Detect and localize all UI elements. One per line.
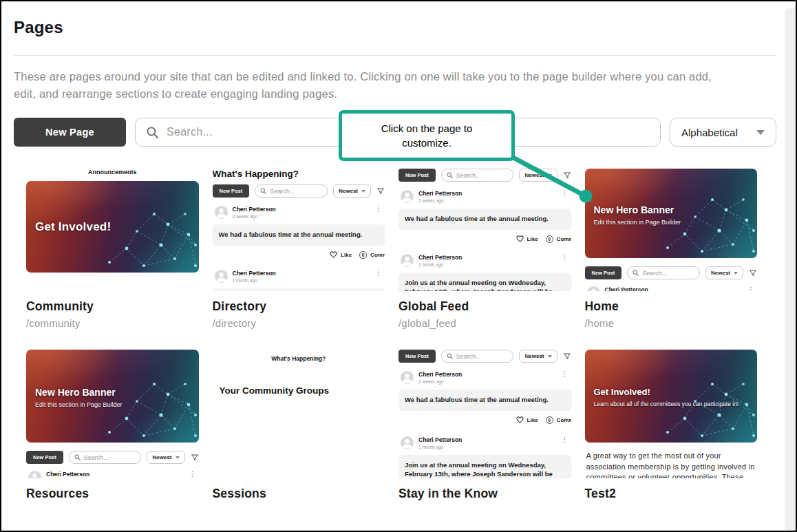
page-card-path: /global_feed [398,317,571,329]
new-post-button: New Post [26,451,63,464]
post-author: Cheri Petterson [605,286,648,291]
feed-sort: Newest [333,184,371,198]
post-body: Join us at the annual meeting on Wednesd… [398,273,571,291]
like-label: Like [527,236,538,242]
kebab-menu-icon: ⋮ [562,254,571,261]
feed-post: Cheri Petterson1 month ago ⋮ Join us at … [398,436,571,478]
groups-heading: Your Community Groups [220,385,385,396]
hero-banner-image: New Hero Banner Edit this section in Pag… [585,169,758,258]
page-card-resources[interactable]: New Hero Banner Edit this section in Pag… [26,350,199,501]
page-preview: Get Involved! Learn about all of the com… [585,350,758,478]
page-card-title: Resources [26,487,199,501]
chevron-down-icon [548,174,552,177]
search-icon [146,126,159,139]
post-author: Cheri Petterson [233,270,276,277]
sort-dropdown[interactable]: Alphabetical [670,118,776,147]
page-card-home[interactable]: New Hero Banner Edit this section in Pag… [585,169,758,329]
avatar [587,286,600,291]
kebab-menu-icon: ⋮ [562,436,571,443]
new-post-button: New Post [213,184,250,198]
feed-search: Search... [441,350,514,363]
post-author: Cheri Petterson [418,371,462,378]
feed-post: Cheri Petterson2 weeks ago ⋮ We had a fa… [398,190,571,243]
feed-search: Search... [441,169,514,182]
page-card-community[interactable]: Announcements Get Involved! Com [26,169,199,329]
page-card-sessions[interactable]: What's Happening? Your Community Groups … [213,350,385,501]
avatar [401,371,414,384]
post-body: We had a fabulous time at the annual mee… [398,209,571,230]
pages-grid: Announcements Get Involved! Com [26,169,757,501]
page-preview: What's Happening? New Post Search... New… [213,169,385,291]
page-preview: Announcements Get Involved! [26,169,199,291]
feed-search-placeholder: Search... [456,172,481,179]
avatar [215,270,228,283]
page-card-global-feed[interactable]: New Post Search... Newest Cheri Petterso… [398,169,571,329]
kebab-menu-icon: ⋮ [375,270,385,277]
post-author: Cheri Petterson [46,471,89,478]
page-card-title: Home [585,299,758,314]
kebab-menu-icon: ⋮ [375,206,385,213]
page-card-path: /directory [213,317,385,329]
post-time: 2 weeks ago [233,214,276,219]
feed-sort: Newest [705,266,743,279]
kebab-menu-icon: ⋮ [747,286,757,291]
page-preview: What's Happening? Your Community Groups [213,350,385,478]
feed-controls: New Post Search... Newest [26,451,199,464]
page-card-directory[interactable]: What's Happening? New Post Search... New… [213,169,385,329]
new-post-button: New Post [398,350,436,363]
feed-controls: New Post Search... Newest [213,184,385,198]
page-card-title: Test2 [585,487,758,501]
sort-value: Alphabetical [681,127,738,138]
comment-label: Comment [557,236,571,242]
new-post-button: New Post [398,169,436,182]
search-icon [633,270,639,276]
page-card-title: Directory [213,299,385,314]
chevron-down-icon [734,272,738,275]
post-actions: Like 0 Comment [398,235,571,243]
page-card-title: Global Feed [398,299,571,314]
constellation-graphic [96,207,199,273]
chevron-down-icon [176,456,180,459]
new-post-button: New Post [585,266,622,279]
new-page-button[interactable]: New Page [14,118,126,147]
chevron-down-icon [548,355,552,358]
search-bar[interactable] [135,118,661,147]
filter-icon [563,171,571,180]
feed-header: What's Happening? [213,169,385,179]
kebab-menu-icon: ⋮ [562,190,571,197]
post-time: 1 month ago [418,262,462,267]
feed-search: Search... [627,266,700,279]
comment-count: 0 [546,235,553,243]
chevron-down-icon [756,130,765,135]
filter-icon [749,269,757,277]
filter-icon [376,187,385,195]
heart-icon [330,251,337,258]
search-icon [74,454,81,460]
post-author: Cheri Petterson [233,206,276,213]
search-input[interactable] [167,126,650,138]
preview-note: Announcements [26,169,199,175]
post-author: Cheri Petterson [418,436,462,443]
page-description: These are pages around your site that ca… [14,68,712,103]
avatar [401,436,414,449]
header-divider [14,55,776,56]
feed-search-placeholder: Search... [642,270,667,277]
avatar [28,471,41,478]
feed-controls: New Post Search... Newest [398,169,571,182]
feed-post: Cheri Petterson ⋮ [26,471,199,478]
feed-post: Cheri Petterson ⋮ [585,286,758,291]
constellation-graphic [96,377,199,443]
post-body: Join us at the annual meeting on Wednesd… [398,455,571,478]
page-card-stay-in-the-know[interactable]: New Post Search... Newest Cheri Petterso… [398,350,571,501]
page-title: Pages [14,1,776,37]
search-icon [260,188,266,194]
kebab-menu-icon: ⋮ [562,371,571,378]
page-card-test2[interactable]: Get Involved! Learn about all of the com… [585,350,758,501]
toolbar: New Page Alphabetical [14,118,776,147]
heart-icon [516,235,524,242]
constellation-graphic [654,193,757,258]
kebab-menu-icon: ⋮ [189,471,199,478]
comment-count: 0 [546,416,553,424]
like-label: Like [341,252,352,258]
avatar [401,190,414,203]
